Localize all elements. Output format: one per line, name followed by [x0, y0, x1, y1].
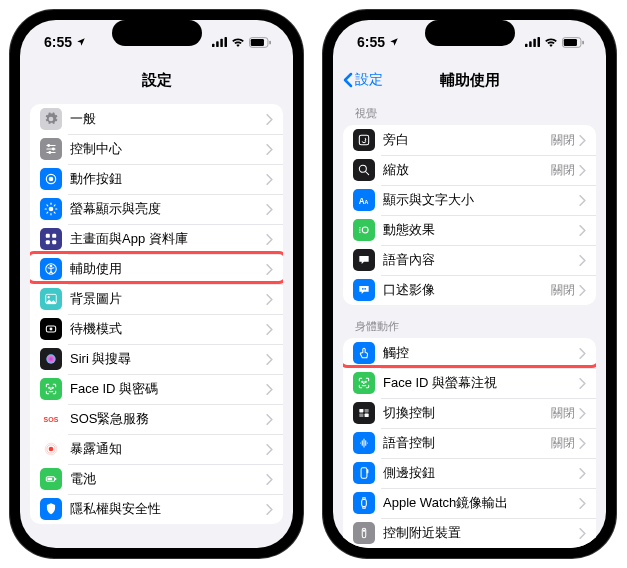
- svg-point-36: [52, 387, 53, 388]
- settings-row-exposure[interactable]: 暴露通知: [30, 434, 283, 464]
- row-label: Siri 與搜尋: [70, 350, 266, 368]
- row-value: 關閉: [551, 132, 575, 149]
- page-title: 輔助使用: [440, 71, 500, 90]
- settings-row-privacy[interactable]: 隱私權與安全性: [30, 494, 283, 524]
- screen-right: 6:55 設定 輔助使用 視覺旁白關閉縮放關閉AA顯示與文字大小動態效果語音內容…: [333, 20, 606, 548]
- settings-row-remote[interactable]: 控制附近裝置: [343, 518, 596, 548]
- chevron-right-icon: [579, 348, 586, 359]
- remote-icon: [353, 522, 375, 544]
- signal-icon: [525, 37, 540, 47]
- settings-row-voiceover[interactable]: 旁白關閉: [343, 125, 596, 155]
- svg-point-56: [362, 288, 364, 290]
- settings-row-switch[interactable]: 切換控制關閉: [343, 398, 596, 428]
- settings-row-siri[interactable]: Siri 與搜尋: [30, 344, 283, 374]
- svg-line-52: [366, 172, 369, 175]
- nav-bar: 設定: [20, 64, 293, 96]
- svg-line-22: [47, 212, 48, 213]
- battery-icon: [40, 468, 62, 490]
- settings-row-gear[interactable]: 一般: [30, 104, 283, 134]
- grid-icon: [40, 228, 62, 250]
- settings-row-audiodesc[interactable]: 口述影像關閉: [343, 275, 596, 305]
- siri-icon: [40, 348, 62, 370]
- settings-row-faceid[interactable]: Face ID 與密碼: [30, 374, 283, 404]
- svg-rect-5: [251, 38, 264, 45]
- svg-rect-61: [365, 409, 369, 413]
- svg-rect-64: [361, 468, 367, 479]
- back-button[interactable]: 設定: [343, 71, 383, 89]
- chevron-right-icon: [579, 165, 586, 176]
- svg-point-51: [359, 165, 366, 172]
- row-value: 關閉: [551, 405, 575, 422]
- settings-row-textsize[interactable]: AA顯示與文字大小: [343, 185, 596, 215]
- bright-icon: [40, 198, 62, 220]
- settings-row-motion[interactable]: 動態效果: [343, 215, 596, 245]
- notch: [112, 20, 202, 46]
- svg-point-35: [49, 387, 50, 388]
- settings-row-access[interactable]: 輔助使用: [30, 254, 283, 284]
- svg-rect-50: [359, 135, 368, 144]
- svg-point-15: [49, 207, 54, 212]
- nav-bar: 設定 輔助使用: [333, 64, 606, 96]
- svg-rect-2: [220, 39, 223, 47]
- phone-right: 6:55 設定 輔助使用 視覺旁白關閉縮放關閉AA顯示與文字大小動態效果語音內容…: [323, 10, 616, 558]
- settings-row-sliders[interactable]: 控制中心: [30, 134, 283, 164]
- gear-icon: [40, 108, 62, 130]
- sidebtn-icon: [353, 462, 375, 484]
- settings-row-speech[interactable]: 語音內容: [343, 245, 596, 275]
- settings-row-voicectl[interactable]: 語音控制關閉: [343, 428, 596, 458]
- notch: [425, 20, 515, 46]
- settings-row-bright[interactable]: 螢幕顯示與亮度: [30, 194, 283, 224]
- chevron-right-icon: [579, 498, 586, 509]
- settings-row-watch[interactable]: Apple Watch鏡像輸出: [343, 488, 596, 518]
- chevron-right-icon: [266, 174, 273, 185]
- svg-rect-49: [582, 40, 584, 44]
- chevron-right-icon: [579, 408, 586, 419]
- zoom-icon: [353, 159, 375, 181]
- battery-icon: [562, 37, 584, 48]
- accessibility-list[interactable]: 視覺旁白關閉縮放關閉AA顯示與文字大小動態效果語音內容口述影像關閉身體動作觸控F…: [333, 96, 606, 548]
- signal-icon: [212, 37, 227, 47]
- row-label: 口述影像: [383, 281, 551, 299]
- svg-point-58: [362, 381, 363, 382]
- row-label: 螢幕顯示與亮度: [70, 200, 266, 218]
- svg-point-33: [50, 328, 53, 331]
- settings-row-faceid[interactable]: Face ID 與螢幕注視: [343, 368, 596, 398]
- svg-point-11: [52, 148, 55, 151]
- status-indicators: [212, 37, 271, 48]
- row-label: 控制附近裝置: [383, 524, 579, 542]
- settings-row-wall[interactable]: 背景圖片: [30, 284, 283, 314]
- svg-rect-1: [216, 41, 219, 47]
- row-label: 暴露通知: [70, 440, 266, 458]
- phone-left: 6:55 設定 一般控制中心動作按鈕螢幕顯示與亮度主畫面與App 資料庫輔助使用…: [10, 10, 303, 558]
- sos-icon: SOS: [40, 408, 62, 430]
- chevron-right-icon: [579, 225, 586, 236]
- row-label: 觸控: [383, 344, 579, 362]
- exposure-icon: [40, 438, 62, 460]
- settings-row-sos[interactable]: SOSSOS緊急服務: [30, 404, 283, 434]
- settings-row-touch[interactable]: 觸控: [343, 338, 596, 368]
- settings-list[interactable]: 一般控制中心動作按鈕螢幕顯示與亮度主畫面與App 資料庫輔助使用背景圖片待機模式…: [20, 96, 293, 548]
- settings-row-grid[interactable]: 主畫面與App 資料庫: [30, 224, 283, 254]
- svg-rect-6: [269, 40, 271, 44]
- chevron-right-icon: [266, 144, 273, 155]
- wifi-icon: [231, 37, 245, 47]
- access-icon: [40, 258, 62, 280]
- switch-icon: [353, 402, 375, 424]
- svg-rect-27: [52, 240, 56, 244]
- svg-rect-41: [55, 478, 56, 480]
- row-label: 縮放: [383, 161, 551, 179]
- svg-rect-44: [529, 41, 532, 47]
- chevron-right-icon: [579, 285, 586, 296]
- settings-row-standby[interactable]: 待機模式: [30, 314, 283, 344]
- standby-icon: [40, 318, 62, 340]
- settings-row-action[interactable]: 動作按鈕: [30, 164, 283, 194]
- settings-row-battery[interactable]: 電池: [30, 464, 283, 494]
- chevron-right-icon: [266, 324, 273, 335]
- status-time: 6:55: [357, 34, 385, 50]
- svg-rect-3: [225, 37, 228, 47]
- svg-point-34: [46, 354, 55, 363]
- settings-row-zoom[interactable]: 縮放關閉: [343, 155, 596, 185]
- chevron-right-icon: [266, 384, 273, 395]
- settings-row-sidebtn[interactable]: 側邊按鈕: [343, 458, 596, 488]
- svg-point-59: [365, 381, 366, 382]
